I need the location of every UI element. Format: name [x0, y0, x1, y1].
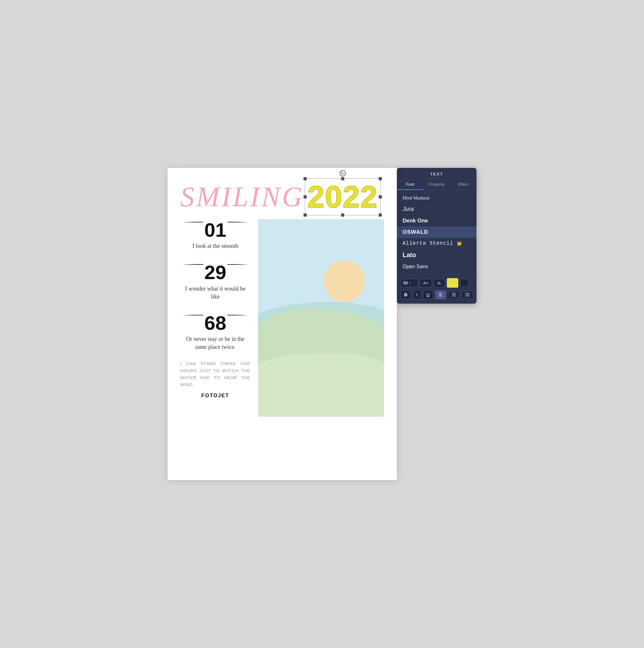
- handle-bm[interactable]: [341, 213, 344, 217]
- poster-body: 01 I look at the smooth 29 I wonder what…: [180, 219, 384, 417]
- color-dots-button[interactable]: ⋯: [460, 279, 469, 287]
- decrease-size-button[interactable]: A-: [434, 279, 445, 287]
- handle-br[interactable]: [379, 213, 382, 217]
- workspace: SMILING 2022: [168, 168, 476, 480]
- handle-tr[interactable]: [379, 177, 382, 180]
- color-swatch[interactable]: [447, 278, 458, 288]
- font-item-allerta-stencil[interactable]: Allerta Stencil: [397, 238, 476, 249]
- panel-controls: 98 ▾ A+ A- ⋯ B I U ☰: [397, 275, 476, 304]
- font-item-jura[interactable]: Jura: [397, 203, 476, 215]
- text-panel: TEXT Font Property Effect Hind Madurai J…: [397, 168, 476, 304]
- italic-button[interactable]: I: [413, 290, 421, 299]
- right-illustration: [258, 219, 384, 417]
- canvas: SMILING 2022: [168, 168, 397, 480]
- format-row: B I U ☰: [401, 290, 473, 299]
- number-block-2[interactable]: 29 I wonder what it would be like: [180, 262, 250, 301]
- font-size-select[interactable]: 98 ▾: [401, 279, 418, 287]
- align-center-button[interactable]: [448, 291, 460, 298]
- smiling-text[interactable]: SMILING: [180, 181, 304, 213]
- handle-tl[interactable]: [303, 177, 307, 180]
- panel-tabs: Font Property Effect: [397, 179, 476, 190]
- tab-effect[interactable]: Effect: [450, 179, 476, 190]
- hill-green2: [258, 353, 384, 417]
- number-line-2: 29: [180, 262, 250, 283]
- body-text[interactable]: I CAN STAND THERE FOR HOURS JUST TO WATC…: [180, 360, 250, 388]
- rotate-handle[interactable]: [340, 170, 346, 176]
- font-item-open-sans[interactable]: Open Sans: [397, 261, 476, 272]
- tab-property[interactable]: Property: [423, 179, 450, 190]
- year-text[interactable]: 2022: [307, 180, 378, 214]
- number-desc-1: I look at the smooth: [180, 242, 250, 250]
- size-row: 98 ▾ A+ A- ⋯: [401, 278, 473, 288]
- font-item-oswald[interactable]: Oswald: [397, 226, 476, 238]
- number-desc-3: Or never stay or be in the same place tw…: [180, 335, 250, 351]
- align-left-button[interactable]: ☰: [435, 290, 446, 299]
- poster-header: SMILING 2022: [180, 181, 384, 213]
- number-value-1: 01: [203, 219, 228, 241]
- tab-font[interactable]: Font: [397, 179, 423, 190]
- number-block-1[interactable]: 01 I look at the smooth: [180, 219, 250, 250]
- bold-button[interactable]: B: [401, 290, 411, 299]
- align-right-button[interactable]: [462, 291, 473, 298]
- handle-mr[interactable]: [379, 195, 382, 199]
- increase-size-button[interactable]: A+: [420, 279, 432, 287]
- number-value-3: 68: [203, 312, 228, 334]
- number-block-3[interactable]: 68 Or never stay or be in the same place…: [180, 312, 250, 352]
- number-value-2: 29: [203, 262, 228, 283]
- font-item-denk-one[interactable]: Denk One: [397, 215, 476, 226]
- chevron-down-icon: ▾: [409, 281, 411, 284]
- font-list: Hind Madurai Jura Denk One Oswald Allert…: [397, 190, 476, 275]
- brand-label: FOTOJET: [180, 393, 250, 398]
- font-item-hind-madurai[interactable]: Hind Madurai: [397, 193, 476, 203]
- handle-bl[interactable]: [303, 213, 307, 217]
- number-desc-2: I wonder what it would be like: [180, 285, 250, 301]
- panel-title: TEXT: [397, 168, 476, 179]
- number-line-3: 68: [180, 312, 250, 334]
- underline-button[interactable]: U: [423, 290, 433, 299]
- year-wrapper[interactable]: 2022: [307, 181, 378, 212]
- font-item-lato[interactable]: Lato: [397, 249, 476, 261]
- sun: [324, 261, 365, 302]
- number-line-1: 01: [180, 219, 250, 241]
- left-column: 01 I look at the smooth 29 I wonder what…: [180, 219, 250, 398]
